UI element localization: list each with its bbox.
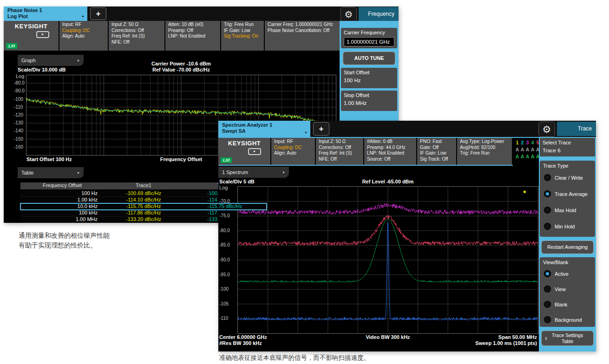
caption-phase-noise: 通用测量和改善的相位噪声性能 有助于实现理想的性价比。 bbox=[19, 231, 110, 250]
add-tab-button[interactable]: + bbox=[313, 122, 329, 136]
trace-indicator[interactable]: 4 bbox=[530, 139, 535, 146]
status-line: IF Gain: Low bbox=[420, 150, 453, 156]
status-line: Trig: Free Run bbox=[460, 150, 509, 156]
status-column: Input Z: 50 ΩCorrections: OffFreq Ref: I… bbox=[109, 21, 164, 51]
status-column: Carrier Freq: 1.000000021 GHzPhase Noise… bbox=[265, 21, 340, 51]
table-view-dropdown[interactable]: Table ▼ bbox=[18, 167, 84, 178]
radio-option-view[interactable]: View bbox=[540, 281, 595, 297]
status-line: Coupling: DC bbox=[274, 145, 312, 151]
radio-option-blank[interactable]: Blank bbox=[540, 297, 595, 312]
stop-offset-item[interactable]: Stop Offset 1.00 MHz bbox=[341, 91, 397, 111]
view-blank-group: View/Blank ActiveViewBlankBackground bbox=[540, 257, 595, 327]
radio-option-max-hold[interactable]: Max Hold bbox=[540, 202, 595, 218]
add-tab-button[interactable]: + bbox=[90, 7, 106, 20]
spectrum-plot[interactable] bbox=[238, 187, 538, 333]
carrier-frequency-value[interactable]: 1.000000021 GHz bbox=[344, 37, 394, 46]
y-axis-tick: -100 bbox=[219, 286, 229, 292]
chevron-down-icon: ▼ bbox=[77, 168, 80, 179]
table-row[interactable]: 10.0 kHz-115.75 dBc/Hz-115.75 dBc/Hz bbox=[20, 203, 267, 210]
chevron-down-icon: ▼ bbox=[282, 167, 285, 178]
status-line: LNP: Not Enabled bbox=[168, 33, 217, 39]
keysight-block: KEYSIGHT ▸ LXI bbox=[4, 21, 59, 51]
start-offset-label: Start Offset bbox=[344, 70, 394, 76]
status-line: Align: Auto bbox=[62, 33, 105, 39]
status-line: #Atten: 0 dB bbox=[367, 139, 413, 145]
x-axis-start-label: Start Offset 100 Hz bbox=[26, 156, 72, 162]
auto-tune-button[interactable]: AUTO TUNE bbox=[343, 52, 395, 65]
lxi-badge: LXI bbox=[221, 157, 232, 163]
spectrum-analyzer-window: Spectrum Analyzer 1 Swept SA ▼ + ⚙ Trace… bbox=[218, 121, 596, 351]
status-line: Sig Tracking: On bbox=[224, 33, 261, 39]
tab-spectrum-analyzer[interactable]: Spectrum Analyzer 1 Swept SA ▼ bbox=[218, 121, 310, 137]
settings-gear-button[interactable]: ⚙ bbox=[341, 7, 357, 22]
status-line: LNP: Not Enabled bbox=[367, 150, 413, 156]
status-line: Coupling: DC bbox=[62, 28, 105, 34]
select-trace-item[interactable]: Select Trace Trace 6 bbox=[540, 138, 595, 156]
radio-option-trace-average[interactable]: Trace Average bbox=[540, 186, 595, 202]
status-bar: KEYSIGHT ▸ LXI Input: RFCoupling: DCAlig… bbox=[218, 137, 539, 166]
status-column: PNO: FastGate: OffIF Gain: LowSig Track:… bbox=[417, 138, 456, 165]
radio-option-label: Background bbox=[555, 317, 582, 323]
radio-option-clear-write[interactable]: Clear / Write bbox=[540, 169, 595, 186]
table-cell: 1.00 kHz bbox=[20, 197, 104, 203]
radio-option-active[interactable]: Active bbox=[540, 266, 595, 281]
status-column: Trig: Free RunIF Gain: LowSig Tracking: … bbox=[221, 21, 264, 51]
y-axis-tick: -160 bbox=[14, 144, 23, 150]
trace-indicator[interactable]: 2 bbox=[520, 139, 525, 146]
tab-title: Phase Noise 1 bbox=[7, 7, 84, 13]
caption-line: 准确地表征接近本底噪声的信号，而不影响扫描速度。 bbox=[219, 353, 370, 363]
tab-subtitle: Swept SA bbox=[222, 128, 307, 134]
spectrum-view-dropdown[interactable]: 1 Spectrum ▼ bbox=[218, 167, 289, 178]
trace-indicator[interactable]: 3 bbox=[525, 139, 530, 146]
status-line: Atten: 10 dB (e0) bbox=[168, 22, 217, 28]
tab-phase-noise[interactable]: Phase Noise 1 Log Plot ▼ bbox=[4, 6, 87, 21]
status-line: Avg|Hold: 92/100 bbox=[460, 145, 509, 151]
stop-offset-label: Stop Offset bbox=[344, 92, 394, 98]
tab-title: Spectrum Analyzer 1 bbox=[222, 122, 307, 128]
restart-averaging-button[interactable]: Restart Averaging bbox=[541, 240, 594, 254]
graph-dropdown-label: Graph bbox=[21, 58, 36, 63]
chevron-down-icon: ▼ bbox=[81, 13, 85, 20]
trace-indicator: A bbox=[515, 146, 520, 153]
remote-ui-icon: ▸ bbox=[248, 148, 261, 155]
chevron-down-icon: ▼ bbox=[77, 55, 80, 66]
status-line: Freq Ref: Int (S) bbox=[111, 33, 162, 39]
status-line: Freq Ref: Int (S) bbox=[319, 150, 360, 156]
status-line: Preamp: Off bbox=[168, 28, 217, 34]
settings-gear-button[interactable]: ⚙ bbox=[538, 122, 555, 137]
radio-option-min-hold[interactable]: Min Hold bbox=[540, 218, 595, 234]
start-offset-item[interactable]: Start Offset 100 Hz bbox=[341, 68, 397, 88]
ref-level-readout: Ref Level -65.00 dBm bbox=[362, 179, 414, 184]
radio-option-label: Clear / Write bbox=[555, 175, 583, 181]
table-dropdown-label: Table bbox=[21, 170, 33, 176]
carrier-frequency-item[interactable]: Carrier Frequency 1.000000021 GHz bbox=[341, 28, 397, 48]
trace-indicator-row: AAAAAA bbox=[515, 146, 539, 153]
table-header-cell: Trace1 bbox=[104, 182, 183, 189]
status-line: Input Z: 50 Ω bbox=[111, 22, 162, 28]
carrier-frequency-label: Carrier Frequency bbox=[344, 30, 394, 36]
trace-indicator[interactable]: 1 bbox=[515, 139, 520, 146]
keysight-block: KEYSIGHT ▸ LXI bbox=[218, 138, 270, 165]
uncal-asterisk-icon: * bbox=[523, 189, 526, 198]
trace-indicator[interactable]: 5 bbox=[536, 139, 539, 146]
status-line: PNO: Fast bbox=[420, 139, 453, 145]
graph-view-dropdown[interactable]: Graph ▼ bbox=[18, 55, 84, 66]
menu-title-trace: Trace bbox=[557, 122, 596, 136]
y-axis-tick: -90.0 bbox=[219, 257, 230, 262]
trace-type-label: Trace Type bbox=[540, 161, 595, 169]
status-line: NFE: Off bbox=[111, 39, 162, 46]
status-column: Input Z: 50 ΩCorrections: OffFreq Ref: I… bbox=[316, 138, 363, 165]
trace-settings-table-button[interactable]: ‹ Trace Settings Table bbox=[541, 331, 594, 346]
y-axis-tick: -120 bbox=[14, 112, 23, 117]
trace-indicator: A bbox=[530, 146, 535, 153]
spectrum-dropdown-label: 1 Spectrum bbox=[222, 169, 248, 175]
sweep-readout: Sweep 1.00 ms (1001 pts) bbox=[475, 340, 537, 346]
trace-indicator-row: 123456 bbox=[515, 139, 539, 146]
stop-offset-value: 1.00 MHz bbox=[344, 100, 394, 106]
table-cell: -115.75 dBc/Hz bbox=[183, 203, 267, 209]
radio-option-background[interactable]: Background bbox=[540, 312, 595, 327]
view-blank-options: ActiveViewBlankBackground bbox=[540, 266, 595, 327]
y-axis-tick: -95.0 bbox=[219, 272, 230, 277]
select-trace-value: Trace 6 bbox=[543, 147, 592, 154]
table-cell: 1.00 MHz bbox=[20, 216, 104, 222]
